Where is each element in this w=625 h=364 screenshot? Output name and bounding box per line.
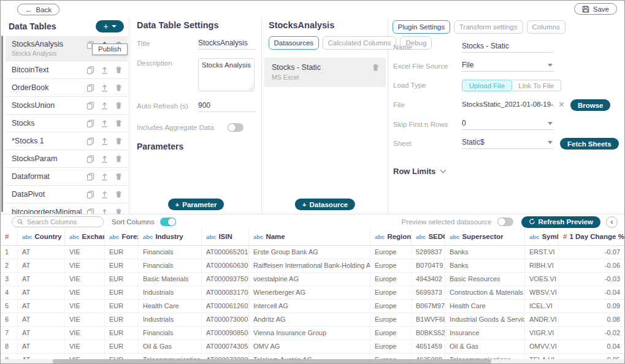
copy-icon[interactable] xyxy=(86,173,94,181)
back-button[interactable]: ← Back xyxy=(17,4,59,15)
table-cell: AT0000652011 xyxy=(202,246,249,259)
search-columns-box[interactable] xyxy=(12,216,104,227)
column-header[interactable]: # xyxy=(1,229,18,245)
add-parameter-button[interactable]: + Parameter xyxy=(168,199,224,210)
text-type-icon: abc xyxy=(206,233,216,240)
copy-icon[interactable] xyxy=(86,137,94,145)
refresh-preview-button[interactable]: Refresh Preview xyxy=(521,216,601,228)
trash-icon[interactable] xyxy=(372,64,380,72)
trash-icon[interactable] xyxy=(115,66,123,74)
trash-icon[interactable] xyxy=(115,191,123,199)
column-header[interactable]: #1 Day Change % xyxy=(559,229,625,245)
preview-selected-datasource-toggle[interactable] xyxy=(497,218,513,226)
upload-file-option[interactable]: Upload File xyxy=(462,80,512,91)
table-cell: AT xyxy=(18,259,65,272)
table-row: 4ATVIEEURIndustrialsAT0000831706Wienerbe… xyxy=(1,286,625,300)
data-table-item[interactable]: StocksParam xyxy=(6,150,128,168)
column-header[interactable]: abcName xyxy=(249,229,370,245)
trash-icon[interactable] xyxy=(115,102,123,110)
skip-first-n-rows-select[interactable]: 0 xyxy=(462,119,554,130)
description-input[interactable]: Stocks Analysis xyxy=(198,58,255,91)
close-icon[interactable]: ✕ xyxy=(558,99,565,110)
save-button[interactable]: Save xyxy=(574,3,617,15)
search-columns-input[interactable] xyxy=(27,218,98,226)
tab-datasources[interactable]: Datasources xyxy=(269,36,319,50)
tab-columns[interactable]: Columns xyxy=(527,20,566,34)
column-header[interactable]: abcISIN xyxy=(202,229,249,245)
column-header[interactable]: abcIndustry xyxy=(139,229,202,245)
data-table-item[interactable]: DataPivot xyxy=(6,186,128,203)
copy-icon[interactable] xyxy=(86,102,94,110)
trash-icon[interactable] xyxy=(115,119,123,127)
plugin-tabs: Plugin SettingsTransform settingsColumns xyxy=(393,20,623,34)
table-cell: VIE xyxy=(65,313,105,326)
copy-icon[interactable] xyxy=(86,119,94,127)
publish-icon[interactable] xyxy=(101,102,109,110)
trash-icon[interactable] xyxy=(115,84,123,92)
column-header[interactable]: abcCountry xyxy=(18,229,65,245)
publish-icon[interactable] xyxy=(101,84,109,92)
auto-refresh-input[interactable] xyxy=(198,101,256,112)
publish-icon[interactable] xyxy=(101,191,109,199)
column-header[interactable]: abcRegion xyxy=(370,229,412,245)
publish-icon[interactable] xyxy=(101,155,109,163)
fetch-sheets-button[interactable]: Fetch Sheets xyxy=(560,138,619,150)
copy-icon[interactable] xyxy=(86,155,94,163)
chevron-down-icon xyxy=(440,167,447,173)
data-table-item[interactable]: Dataformat xyxy=(6,168,128,186)
tab-calculated-columns[interactable]: Calculated Columns xyxy=(323,36,397,50)
copy-icon[interactable] xyxy=(86,191,94,199)
data-table-item[interactable]: Stocks xyxy=(6,115,128,132)
trash-icon[interactable] xyxy=(115,155,123,163)
browse-button[interactable]: Browse xyxy=(570,99,611,111)
data-table-item[interactable]: OrderBook xyxy=(6,79,128,97)
table-cell: EUR xyxy=(105,313,139,326)
skip-first-n-rows-label: Skip First n Rows xyxy=(393,119,462,128)
trash-icon[interactable] xyxy=(115,173,123,181)
add-datasource-button[interactable]: + Datasource xyxy=(295,199,355,210)
table-cell: Europe xyxy=(370,327,412,339)
copy-icon[interactable] xyxy=(86,66,94,74)
app-window: ← Back Save Data Tables + StocksAnalysis… xyxy=(0,0,625,364)
resize-handle-icon[interactable] xyxy=(248,85,253,90)
trash-icon[interactable] xyxy=(115,208,123,214)
data-table-item[interactable]: StocksUnion xyxy=(6,97,128,115)
plus-icon: + xyxy=(302,201,307,208)
table-cell: Health Care xyxy=(139,300,202,313)
table-cell: -0.04 xyxy=(559,286,625,299)
publish-icon[interactable] xyxy=(101,119,109,127)
data-table-item[interactable]: *Stocks 1 xyxy=(6,132,128,150)
column-header[interactable]: abcSymbol xyxy=(525,229,559,245)
sheet-select[interactable]: Static$ xyxy=(462,138,554,149)
link-to-file-option[interactable]: Link To File xyxy=(512,80,562,91)
excel-file-source-select[interactable]: File xyxy=(462,61,554,72)
publish-icon[interactable] xyxy=(101,66,109,74)
publish-icon[interactable] xyxy=(101,137,109,145)
data-table-item[interactable]: BitcoinText xyxy=(6,61,128,79)
data-table-item[interactable]: bitcoinordersMinimal xyxy=(6,203,128,214)
table-cell: VIE xyxy=(65,246,105,259)
name-input[interactable] xyxy=(462,42,554,53)
table-cell: VIE xyxy=(65,286,105,299)
copy-icon[interactable] xyxy=(86,84,94,92)
horizontal-scrollbar-thumb[interactable] xyxy=(53,359,491,363)
sort-columns-toggle[interactable] xyxy=(160,218,176,226)
collapse-panel-button[interactable]: ‹ xyxy=(606,216,618,228)
column-header[interactable]: abcForex xyxy=(105,229,139,245)
tab-plugin-settings[interactable]: Plugin Settings xyxy=(393,20,450,34)
add-data-table-button[interactable]: + xyxy=(96,20,124,32)
text-type-icon: abc xyxy=(69,233,79,240)
trash-icon[interactable] xyxy=(115,137,123,145)
column-header[interactable]: abcSEDOL xyxy=(412,229,445,245)
title-input[interactable] xyxy=(198,39,256,50)
column-header[interactable]: abcExchange xyxy=(65,229,105,245)
aggregate-toggle[interactable] xyxy=(228,123,243,132)
publish-icon[interactable] xyxy=(101,208,109,214)
tab-transform-settings[interactable]: Transform settings xyxy=(454,20,523,34)
publish-icon[interactable] xyxy=(101,173,109,181)
row-limits-expander[interactable]: Row Limits xyxy=(393,167,623,176)
column-header[interactable]: abcSupersector xyxy=(445,229,525,245)
copy-icon[interactable] xyxy=(86,208,94,214)
datasource-item[interactable]: Stocks - Static MS Excel xyxy=(264,58,386,87)
sidebar-scrollbar[interactable] xyxy=(1,36,3,212)
